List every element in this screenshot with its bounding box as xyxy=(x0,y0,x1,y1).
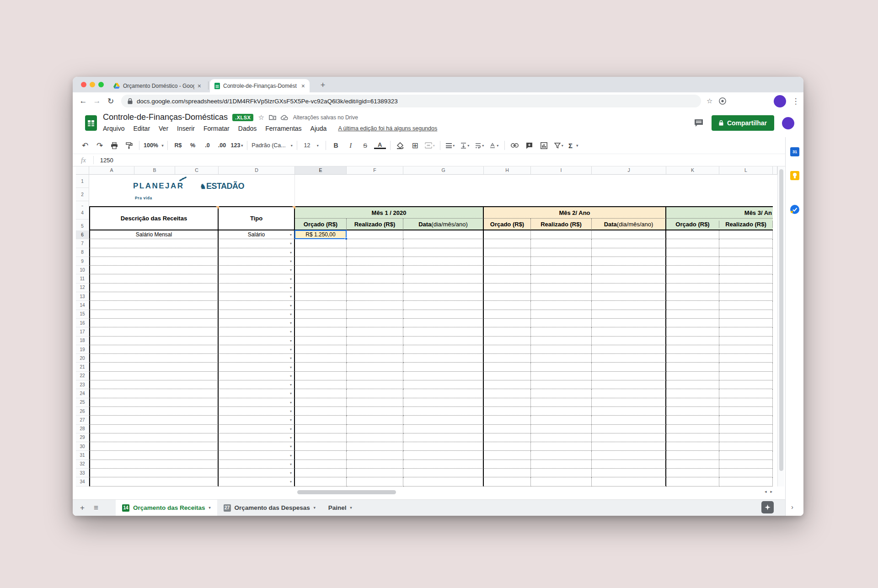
dropdown-icon[interactable]: ▾ xyxy=(290,285,292,289)
cell[interactable] xyxy=(719,363,773,371)
scroll-right-icon[interactable]: ▸ xyxy=(770,489,776,494)
cell-desc[interactable] xyxy=(89,248,219,257)
dropdown-icon[interactable]: ▾ xyxy=(290,391,292,396)
cell-I5[interactable]: Realizado (R$) xyxy=(531,219,592,230)
cell[interactable] xyxy=(666,380,719,389)
cell[interactable] xyxy=(403,337,484,345)
cell[interactable] xyxy=(347,425,403,433)
cell[interactable] xyxy=(403,248,484,257)
cell-desc[interactable] xyxy=(89,327,219,336)
cell[interactable] xyxy=(295,469,347,477)
cell[interactable] xyxy=(666,354,719,363)
cell[interactable] xyxy=(719,274,773,283)
cell[interactable] xyxy=(295,257,347,266)
cell[interactable] xyxy=(484,257,531,266)
cell[interactable] xyxy=(347,460,403,469)
cell[interactable] xyxy=(484,266,531,274)
cell[interactable] xyxy=(484,460,531,469)
cell-tipo[interactable]: ▾ xyxy=(219,477,295,486)
move-folder-icon[interactable] xyxy=(269,114,276,120)
cell[interactable] xyxy=(592,292,666,301)
comments-icon[interactable] xyxy=(694,118,704,128)
row-header[interactable]: 22 xyxy=(76,372,89,380)
menu-ferramentas[interactable]: Ferramentas xyxy=(265,125,301,132)
cell-tipo[interactable]: ▾ xyxy=(219,398,295,407)
cell-desc[interactable] xyxy=(89,469,219,477)
cell[interactable] xyxy=(347,354,403,363)
row-header[interactable]: 17 xyxy=(76,327,89,336)
cell[interactable] xyxy=(719,433,773,442)
dropdown-icon[interactable]: ▾ xyxy=(290,259,292,263)
dropdown-icon[interactable]: ▾ xyxy=(290,277,292,281)
dropdown-icon[interactable]: ▾ xyxy=(290,427,292,431)
cell[interactable] xyxy=(666,477,719,486)
zoom-select[interactable]: 100% ▾ xyxy=(144,142,163,149)
insert-chart-icon[interactable] xyxy=(538,142,550,149)
menu-formatar[interactable]: Formatar xyxy=(203,125,230,132)
cell[interactable] xyxy=(666,266,719,274)
cell[interactable] xyxy=(347,301,403,310)
maximize-window-button[interactable] xyxy=(98,82,104,87)
dropdown-icon[interactable]: ▾ xyxy=(290,374,292,378)
cell[interactable] xyxy=(666,425,719,433)
dropdown-icon[interactable]: ▾ xyxy=(290,330,292,334)
cell[interactable] xyxy=(403,354,484,363)
format-currency-button[interactable]: R$ xyxy=(172,142,184,149)
cell[interactable] xyxy=(719,380,773,389)
cell[interactable] xyxy=(295,354,347,363)
cell[interactable] xyxy=(295,283,347,292)
cell[interactable] xyxy=(403,239,484,248)
sheet-menu-icon[interactable]: ▾ xyxy=(350,506,352,510)
cell[interactable] xyxy=(531,433,592,442)
cell[interactable] xyxy=(719,292,773,301)
cell-desc[interactable] xyxy=(89,266,219,274)
cell[interactable] xyxy=(403,407,484,416)
cell-month2-header[interactable]: Mês 2/ Ano xyxy=(484,206,666,219)
cell[interactable] xyxy=(592,354,666,363)
cell[interactable] xyxy=(719,310,773,319)
cell[interactable] xyxy=(403,292,484,301)
document-title[interactable]: Controle-de-Finanças-Domésticas xyxy=(103,112,228,122)
cell[interactable] xyxy=(592,389,666,398)
cell-tipo[interactable]: ▾ xyxy=(219,266,295,274)
cell[interactable] xyxy=(347,451,403,460)
dropdown-icon[interactable]: ▾ xyxy=(290,356,292,360)
cell-I6[interactable] xyxy=(531,230,592,239)
menu-ver[interactable]: Ver xyxy=(159,125,168,132)
cell[interactable] xyxy=(295,292,347,301)
address-bar[interactable]: docs.google.com/spreadsheets/d/1DM4RFkVp… xyxy=(121,95,701,107)
insert-comment-icon[interactable] xyxy=(524,142,535,149)
dropdown-icon[interactable]: ▾ xyxy=(290,462,292,466)
cell[interactable] xyxy=(531,425,592,433)
dropdown-icon[interactable]: ▾ xyxy=(290,480,292,484)
italic-button[interactable]: I xyxy=(345,142,357,150)
cell[interactable] xyxy=(592,257,666,266)
borders-icon[interactable]: ⊞ xyxy=(409,141,421,150)
cell-tipo[interactable]: ▾ xyxy=(219,416,295,424)
cell[interactable] xyxy=(403,477,484,486)
cell[interactable] xyxy=(666,442,719,451)
row-header[interactable]: 23 xyxy=(76,380,89,389)
bold-button[interactable]: B xyxy=(330,142,342,149)
cell[interactable] xyxy=(531,398,592,407)
sheet-tab-despesas[interactable]: 27 Orçamento das Despesas ▾ xyxy=(217,500,322,516)
reload-button[interactable]: ↻ xyxy=(104,96,118,106)
horizontal-align-icon[interactable]: ▾ xyxy=(444,143,456,148)
cell[interactable] xyxy=(666,345,719,354)
cell-tipo[interactable]: ▾ xyxy=(219,380,295,389)
cell[interactable] xyxy=(666,433,719,442)
dropdown-icon[interactable]: ▾ xyxy=(290,321,292,325)
menu-editar[interactable]: Editar xyxy=(133,125,150,132)
col-header-H[interactable]: H xyxy=(484,166,531,175)
row-header[interactable]: 16 xyxy=(76,319,89,327)
row-header[interactable]: 34 xyxy=(76,477,89,486)
cell[interactable] xyxy=(484,292,531,301)
cell[interactable] xyxy=(347,337,403,345)
row-header[interactable]: 15 xyxy=(76,310,89,319)
calendar-icon[interactable]: 31 xyxy=(790,147,799,156)
cell[interactable] xyxy=(666,460,719,469)
cell[interactable] xyxy=(484,425,531,433)
cell[interactable] xyxy=(484,310,531,319)
cell-desc[interactable] xyxy=(89,337,219,345)
cell[interactable] xyxy=(403,257,484,266)
